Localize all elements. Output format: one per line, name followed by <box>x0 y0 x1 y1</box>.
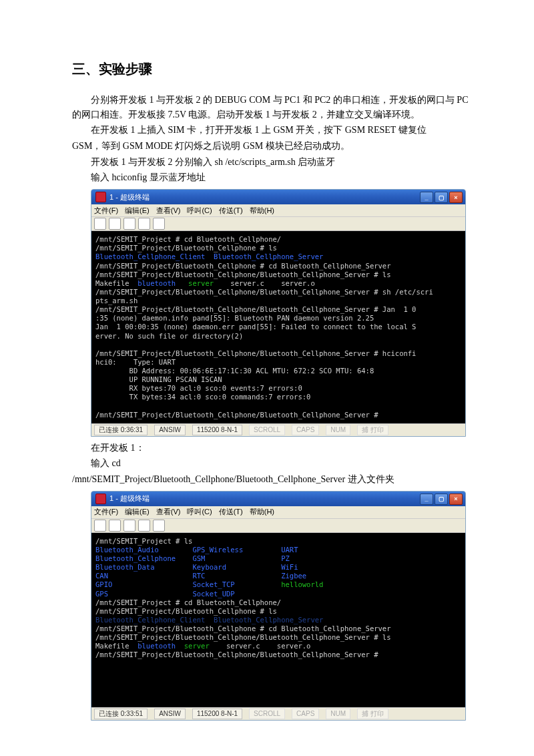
menu-call[interactable]: 呼叫(C) <box>187 507 212 517</box>
titlebar[interactable]: 1 - 超级终端 _ ▢ × <box>91 492 465 506</box>
menu-transfer[interactable]: 传送(T) <box>219 507 243 517</box>
console-output: /mnt/SEMIT_Project # cd Bluetooth_Cellph… <box>91 231 465 423</box>
toolbar-btn[interactable] <box>138 218 150 230</box>
menu-edit[interactable]: 编辑(E) <box>125 206 150 216</box>
status-num: NUM <box>326 425 350 435</box>
toolbar-btn[interactable] <box>94 520 106 532</box>
toolbar-btn[interactable] <box>153 520 165 532</box>
menu-call[interactable]: 呼叫(C) <box>187 206 212 216</box>
status-scroll: SCROLL <box>249 425 285 435</box>
toolbar-btn[interactable] <box>123 520 136 532</box>
para-7: /mnt/SEMIT_Project/Bluetooth_Cellphone/B… <box>72 472 474 487</box>
statusbar: 已连接 0:36:31 ANSIW 115200 8-N-1 SCROLL CA… <box>91 423 465 436</box>
window-title: 1 - 超级终端 <box>109 192 150 202</box>
menubar[interactable]: 文件(F) 编辑(E) 查看(V) 呼叫(C) 传送(T) 帮助(H) <box>91 204 465 217</box>
toolbar-btn[interactable] <box>109 520 121 532</box>
close-button[interactable]: × <box>449 494 463 505</box>
toolbar-btn[interactable] <box>153 218 165 230</box>
toolbar-btn[interactable] <box>94 218 106 230</box>
para-2a: 在开发板 1 上插入 SIM 卡，打开开发板 1 上 GSM 开关，按下 GSM… <box>72 123 474 138</box>
toolbar-btn[interactable] <box>123 218 136 230</box>
maximize-button[interactable]: ▢ <box>435 192 448 203</box>
maximize-button[interactable]: ▢ <box>435 494 448 505</box>
terminal-window-2: 1 - 超级终端 _ ▢ × 文件(F) 编辑(E) 查看(V) 呼叫(C) 传… <box>91 491 466 721</box>
menu-help[interactable]: 帮助(H) <box>250 206 274 216</box>
para-2b: GSM，等到 GSM MODE 灯闪烁之后说明 GSM 模块已经启动成功。 <box>72 139 474 154</box>
app-icon <box>95 192 106 202</box>
toolbar <box>91 217 465 231</box>
status-baud: 115200 8-N-1 <box>192 709 242 719</box>
close-button[interactable]: × <box>449 192 463 203</box>
statusbar: 已连接 0:33:51 ANSIW 115200 8-N-1 SCROLL CA… <box>91 707 465 720</box>
minimize-button[interactable]: _ <box>420 494 433 505</box>
para-1: 分别将开发板 1 与开发板 2 的 DEBUG COM 与 PC1 和 PC2 … <box>72 93 474 122</box>
menu-help[interactable]: 帮助(H) <box>250 507 274 517</box>
status-connected: 已连接 0:33:51 <box>94 709 148 719</box>
terminal-window-1: 1 - 超级终端 _ ▢ × 文件(F) 编辑(E) 查看(V) 呼叫(C) 传… <box>91 189 466 437</box>
para-5: 在开发板 1： <box>72 441 474 455</box>
menu-view[interactable]: 查看(V) <box>156 507 181 517</box>
status-hol: 捕 打印 <box>357 709 388 719</box>
toolbar-btn[interactable] <box>109 218 121 230</box>
status-caps: CAPS <box>292 709 319 719</box>
minimize-button[interactable]: _ <box>420 192 433 203</box>
console-output: /mnt/SEMIT_Project # ls Bluetooth_Audio … <box>91 533 465 707</box>
status-baud: 115200 8-N-1 <box>192 425 242 435</box>
toolbar-btn[interactable] <box>138 520 150 532</box>
status-hol: 捕 打印 <box>357 425 388 435</box>
menu-transfer[interactable]: 传送(T) <box>219 206 243 216</box>
status-connected: 已连接 0:36:31 <box>94 425 148 435</box>
titlebar[interactable]: 1 - 超级终端 _ ▢ × <box>91 190 465 204</box>
status-mode: ANSIW <box>154 709 186 719</box>
menu-view[interactable]: 查看(V) <box>156 206 181 216</box>
menu-file[interactable]: 文件(F) <box>94 206 118 216</box>
status-num: NUM <box>326 709 350 719</box>
status-caps: CAPS <box>292 425 319 435</box>
para-4: 输入 hciconfig 显示蓝牙地址 <box>72 170 474 185</box>
status-mode: ANSIW <box>154 425 186 435</box>
menu-file[interactable]: 文件(F) <box>94 507 118 517</box>
section-heading: 三、实验步骤 <box>72 60 474 78</box>
window-title: 1 - 超级终端 <box>109 494 150 504</box>
menubar[interactable]: 文件(F) 编辑(E) 查看(V) 呼叫(C) 传送(T) 帮助(H) <box>91 506 465 519</box>
status-scroll: SCROLL <box>249 709 285 719</box>
toolbar <box>91 519 465 533</box>
menu-edit[interactable]: 编辑(E) <box>125 507 150 517</box>
app-icon <box>95 494 106 504</box>
para-6: 输入 cd <box>72 456 474 471</box>
para-3: 开发板 1 与开发板 2 分别输入 sh /etc/scripts_arm.sh… <box>72 155 474 170</box>
